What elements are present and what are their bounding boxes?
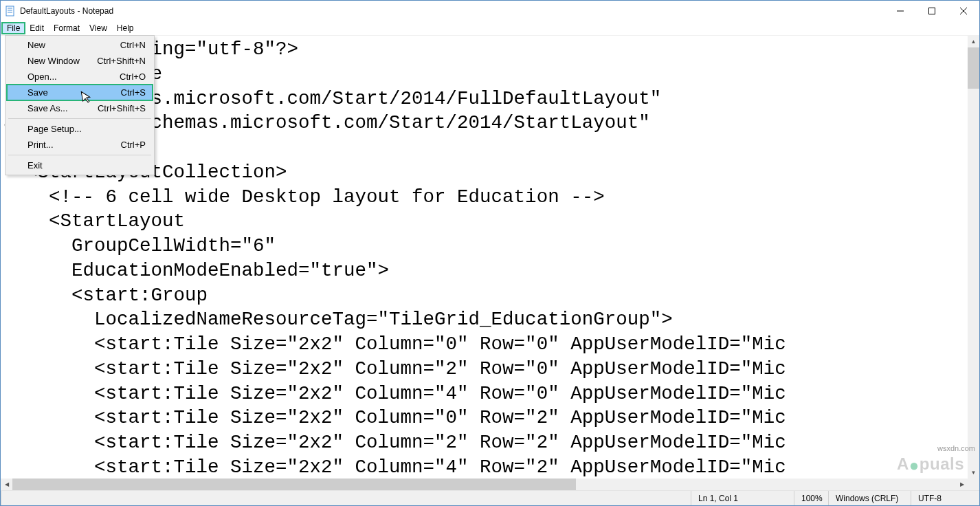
scroll-left-icon[interactable]: ◀ (1, 478, 12, 490)
menu-item-label: Open... (27, 72, 57, 82)
svg-rect-0 (6, 6, 14, 16)
scroll-up-icon[interactable]: ▲ (968, 36, 979, 47)
scroll-corner (968, 478, 979, 490)
window-title: DefaultLayouts - Notepad (20, 6, 113, 16)
menu-item-open[interactable]: Open... Ctrl+O (7, 69, 153, 85)
menu-item-shortcut: Ctrl+S (121, 87, 146, 98)
file-dropdown: New Ctrl+N New Window Ctrl+Shift+N Open.… (5, 35, 155, 175)
minimize-button[interactable] (884, 1, 916, 21)
menu-view[interactable]: View (85, 23, 112, 34)
scroll-down-icon[interactable]: ▼ (968, 467, 979, 478)
scroll-thumb-vertical[interactable] (968, 47, 979, 89)
scroll-thumb-horizontal[interactable] (12, 478, 576, 490)
titlebar: DefaultLayouts - Notepad (1, 1, 979, 21)
scroll-track-vertical[interactable] (968, 47, 979, 467)
watermark: A●puals (897, 454, 964, 474)
menu-help[interactable]: Help (112, 23, 139, 34)
menu-format[interactable]: Format (49, 23, 85, 34)
maximize-button[interactable] (916, 1, 948, 21)
menu-item-print[interactable]: Print... Ctrl+P (7, 137, 153, 153)
scroll-right-icon[interactable]: ▶ (956, 478, 968, 490)
menubar: File Edit Format View Help (1, 21, 979, 35)
statusbar: Ln 1, Col 1 100% Windows (CRLF) UTF-8 (1, 490, 979, 505)
menu-item-new[interactable]: New Ctrl+N (7, 37, 153, 53)
menu-item-shortcut: Ctrl+Shift+S (98, 103, 146, 113)
status-encoding: UTF-8 (911, 491, 979, 505)
window-controls (884, 1, 979, 21)
menu-item-shortcut: Ctrl+P (121, 140, 146, 150)
app-window: DefaultLayouts - Notepad File Edit Forma… (0, 0, 980, 506)
svg-rect-5 (929, 8, 935, 14)
menu-item-shortcut: Ctrl+Shift+N (97, 56, 146, 66)
status-line-ending: Windows (CRLF) (828, 491, 911, 505)
menu-separator (8, 118, 151, 119)
status-position: Ln 1, Col 1 (691, 491, 794, 505)
menu-item-label: Exit (27, 160, 43, 170)
close-button[interactable] (948, 1, 979, 21)
source-credit: wsxdn.com (937, 444, 975, 452)
menu-item-label: New Window (27, 56, 80, 66)
menu-item-save-as[interactable]: Save As... Ctrl+Shift+S (7, 100, 153, 116)
notepad-icon (5, 6, 16, 16)
menu-item-label: Page Setup... (27, 124, 82, 134)
menu-item-label: Print... (27, 140, 54, 150)
menu-edit[interactable]: Edit (25, 23, 49, 34)
menu-item-save[interactable]: Save Ctrl+S (7, 85, 153, 100)
menu-item-label: Save As... (27, 103, 68, 113)
menu-item-exit[interactable]: Exit (7, 157, 153, 173)
menu-item-label: Save (27, 87, 48, 98)
menu-item-label: New (27, 40, 45, 50)
horizontal-scrollbar[interactable]: ◀ ▶ (1, 478, 968, 490)
menu-separator (8, 155, 151, 155)
scroll-track-horizontal[interactable] (12, 478, 956, 490)
vertical-scrollbar[interactable]: ▲ ▼ (968, 36, 979, 478)
menu-item-shortcut: Ctrl+N (120, 40, 146, 50)
menu-item-page-setup[interactable]: Page Setup... (7, 121, 153, 137)
menu-file[interactable]: File (2, 23, 25, 34)
status-zoom: 100% (794, 491, 828, 505)
menu-item-shortcut: Ctrl+O (120, 72, 146, 82)
menu-item-new-window[interactable]: New Window Ctrl+Shift+N (7, 53, 153, 69)
